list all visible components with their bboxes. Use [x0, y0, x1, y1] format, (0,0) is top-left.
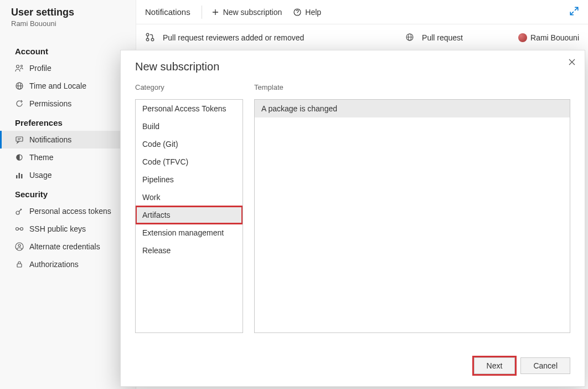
sidebar-section-preferences: Preferences	[0, 112, 136, 131]
close-button[interactable]	[568, 58, 576, 68]
row-owner: Rami Bououni	[518, 33, 579, 42]
button-label: Help	[305, 8, 321, 17]
svg-point-0	[17, 65, 19, 68]
button-label: New subscription	[223, 8, 282, 17]
category-item[interactable]: Release	[136, 242, 243, 259]
divider	[202, 6, 202, 19]
sidebar-item-label: Usage	[29, 171, 51, 180]
header-title: Notifications	[145, 7, 195, 17]
new-subscription-dialog: New subscription Category Personal Acces…	[120, 50, 585, 387]
svg-point-11	[20, 228, 23, 231]
refresh-icon	[15, 99, 24, 108]
svg-point-1	[21, 65, 23, 67]
sidebar-item-label: Authorizations	[29, 260, 79, 269]
sidebar-item-authorizations[interactable]: Authorizations	[0, 255, 136, 273]
sidebar-item-time-locale[interactable]: Time and Locale	[0, 77, 136, 95]
sidebar-item-ssh[interactable]: SSH public keys	[0, 220, 136, 238]
sidebar-item-pat[interactable]: Personal access tokens	[0, 202, 136, 220]
category-item[interactable]: Code (Git)	[136, 135, 243, 153]
category-item[interactable]: Personal Access Tokens	[136, 100, 243, 117]
svg-point-17	[146, 38, 149, 41]
row-description: Pull request reviewers added or removed	[163, 33, 398, 42]
template-column: Template A package is changed	[254, 83, 570, 333]
help-icon	[293, 8, 302, 17]
sidebar-item-label: Alternate credentials	[29, 242, 100, 251]
template-label: Template	[254, 83, 570, 91]
sidebar-item-alt-creds[interactable]: Alternate credentials	[0, 238, 136, 255]
page-title: User settings	[0, 7, 136, 19]
category-column: Category Personal Access TokensBuildCode…	[135, 83, 243, 333]
row-type: Pull request	[422, 33, 510, 42]
theme-icon	[15, 153, 24, 162]
dialog-title: New subscription	[135, 60, 570, 73]
sidebar-item-notifications[interactable]: Notifications	[0, 131, 136, 149]
svg-point-10	[16, 228, 19, 231]
notification-row[interactable]: Pull request reviewers added or removed …	[136, 24, 588, 51]
category-listbox: Personal Access TokensBuildCode (Git)Cod…	[135, 99, 243, 333]
lock-icon	[15, 260, 24, 269]
pull-request-icon	[145, 32, 155, 44]
category-item[interactable]: Work	[136, 188, 243, 206]
sidebar-section-account: Account	[0, 41, 136, 59]
owner-name: Rami Bououni	[530, 33, 579, 42]
svg-point-16	[146, 33, 149, 36]
expand-icon[interactable]	[569, 6, 579, 18]
ssh-icon	[15, 224, 24, 233]
sidebar-item-label: Notifications	[29, 135, 71, 144]
sidebar-item-label: Theme	[29, 153, 54, 162]
globe-icon	[15, 81, 24, 90]
template-item[interactable]: A package is changed	[255, 100, 570, 117]
sidebar-item-label: Personal access tokens	[29, 207, 111, 216]
dialog-footer: Next Cancel	[474, 357, 570, 374]
next-button[interactable]: Next	[474, 357, 515, 374]
svg-point-12	[18, 244, 20, 247]
svg-rect-7	[19, 173, 20, 178]
svg-rect-8	[21, 174, 23, 178]
sidebar-item-label: Profile	[29, 64, 51, 73]
category-label: Category	[135, 83, 243, 91]
help-button[interactable]: Help	[291, 6, 323, 19]
sidebar-item-usage[interactable]: Usage	[0, 166, 136, 184]
category-item[interactable]: Code (TFVC)	[136, 153, 243, 171]
cancel-button[interactable]: Cancel	[520, 357, 570, 374]
sidebar-item-theme[interactable]: Theme	[0, 149, 136, 166]
svg-rect-14	[17, 264, 22, 267]
svg-point-18	[151, 38, 154, 41]
globe-icon	[405, 33, 414, 43]
sidebar-section-security: Security	[0, 184, 136, 202]
template-listbox: A package is changed	[254, 99, 570, 333]
svg-rect-4	[16, 137, 23, 141]
credentials-icon	[15, 242, 24, 251]
category-item[interactable]: Extension management	[136, 224, 243, 242]
key-icon	[15, 207, 24, 216]
sidebar-item-profile[interactable]: Profile	[0, 59, 136, 77]
new-subscription-button[interactable]: New subscription	[209, 6, 285, 19]
chat-icon	[15, 135, 24, 144]
sidebar-item-label: Time and Locale	[29, 81, 86, 90]
plus-icon	[211, 8, 220, 17]
main-header: Notifications New subscription Help	[136, 0, 588, 24]
svg-rect-6	[16, 175, 18, 178]
sidebar-item-label: SSH public keys	[29, 224, 86, 233]
avatar	[518, 33, 527, 42]
category-item[interactable]: Artifacts	[136, 206, 243, 224]
category-item[interactable]: Build	[136, 117, 243, 135]
sidebar-item-label: Permissions	[29, 99, 71, 108]
profile-icon	[15, 64, 24, 73]
sidebar: User settings Rami Bououni Account Profi…	[0, 0, 136, 389]
category-item[interactable]: Pipelines	[136, 171, 243, 188]
bar-chart-icon	[15, 171, 24, 180]
current-user: Rami Bououni	[0, 19, 136, 41]
sidebar-item-permissions[interactable]: Permissions	[0, 95, 136, 112]
